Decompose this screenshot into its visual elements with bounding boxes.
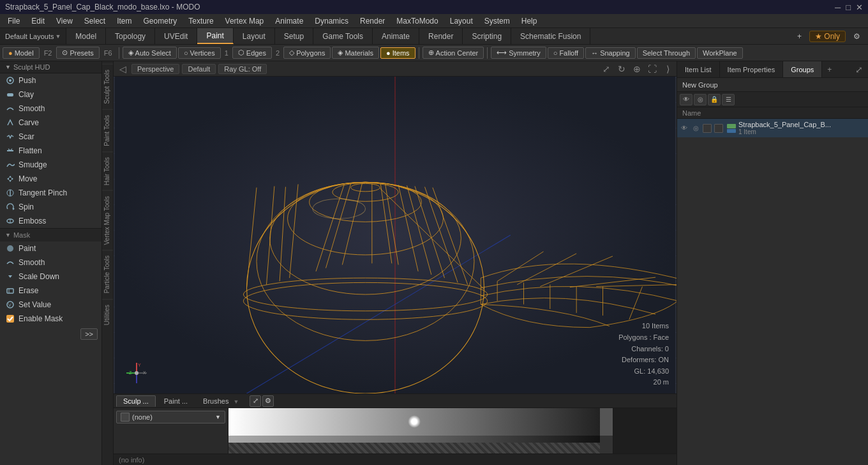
add-tab-button[interactable]: + [792,32,807,41]
item-lock-button[interactable] [703,124,712,133]
new-group-button[interactable]: New Group [682,81,718,89]
menu-view[interactable]: View [51,15,78,27]
auto-select-button[interactable]: ◈ Auto Select [123,47,177,59]
menu-item[interactable]: Item [112,15,137,27]
materials-button[interactable]: ◈ Materials [332,47,379,59]
items-button[interactable]: ● Items [380,47,415,59]
menu-help[interactable]: Help [516,15,542,27]
close-button[interactable]: ✕ [856,3,863,12]
tab-setup[interactable]: Setup [275,28,313,44]
vertices-button[interactable]: ○ Vertices [178,47,221,59]
viewport-back-button[interactable]: ◁ [116,63,129,75]
menu-vertexmap[interactable]: Vertex Map [220,15,269,27]
right-vis-button[interactable]: 👁 [680,94,692,105]
bottom-expand-button[interactable]: ⤢ [250,395,261,407]
tool-move[interactable]: Move [0,172,101,186]
mask-tool-erase[interactable]: Erase [0,284,101,298]
tab-layout[interactable]: Layout [234,28,275,44]
item-eye-button[interactable]: 👁 [680,124,689,133]
tab-uvedit[interactable]: UVEdit [155,28,197,44]
viewport-fit-icon[interactable]: ⛶ [646,63,659,75]
edges-button[interactable]: ⬡ Edges [232,47,272,59]
f6-key[interactable]: F6 [101,48,116,58]
snapping-button[interactable]: ↔ Snapping [585,47,636,59]
mask-tool-setvalue[interactable]: V Set Value [0,298,101,312]
none-select-dropdown[interactable]: (none) ▼ [116,411,225,423]
btab-brushes[interactable]: Brushes ▼ [196,395,246,407]
side-tab-paint[interactable]: Paint Tools [102,109,113,151]
ray-gl-button[interactable]: Ray GL: Off [218,64,267,74]
tool-clay[interactable]: Clay [0,88,101,102]
menu-texture[interactable]: Texture [183,15,218,27]
menu-layout[interactable]: Layout [445,15,478,27]
menu-animate[interactable]: Animate [270,15,308,27]
viewport-canvas[interactable]: 10 Items Polygons : Face Channels: 0 Def… [114,77,677,393]
viewport-settings-icon[interactable]: ⟩ [661,63,674,75]
menu-geometry[interactable]: Geometry [138,15,183,27]
falloff-button[interactable]: ○ Falloff [548,47,584,59]
rtab-itemlist[interactable]: Item List [677,61,720,77]
tool-scar[interactable]: Scar [0,130,101,144]
menu-maxtomodo[interactable]: MaxToModo [391,15,443,27]
maximize-button[interactable]: □ [846,3,851,12]
item-row[interactable]: 👁 ◎ Strapback_5_Panel_Cap_B... 1 Item [677,119,868,137]
rtab-groups[interactable]: Groups [783,61,822,77]
right-panel-add-tab[interactable]: + [822,61,837,77]
mask-tool-paint[interactable]: Paint [0,241,101,255]
menu-edit[interactable]: Edit [26,15,50,27]
select-through-button[interactable]: Select Through [637,47,696,59]
tool-emboss[interactable]: Emboss [0,214,101,228]
shading-button[interactable]: Default [182,64,216,74]
action-center-button[interactable]: ⊕ Action Center [423,47,484,59]
mask-tool-scaledown[interactable]: Scale Down [0,270,101,284]
side-tab-hair[interactable]: Hair Tools [102,151,113,190]
menu-file[interactable]: File [3,15,25,27]
perspective-button[interactable]: Perspective [131,64,179,74]
mask-tool-smooth[interactable]: Smooth [0,255,101,270]
enable-mask-toggle[interactable]: Enable Mask [0,312,101,326]
menu-system[interactable]: System [479,15,515,27]
default-layouts-dropdown[interactable]: Default Layouts ▼ [0,28,66,44]
item-extra-button[interactable] [714,124,723,133]
tab-animate[interactable]: Animate [373,28,419,44]
mask-section-header[interactable]: ▼ Mask [0,228,101,241]
tab-gametools[interactable]: Game Tools [313,28,373,44]
star-only-button[interactable]: ★ Only [809,31,846,42]
tool-smooth[interactable]: Smooth [0,102,101,116]
key-2[interactable]: 2 [273,48,282,58]
presets-button[interactable]: ⊙ Presets [56,47,99,59]
right-extra-button[interactable]: ☰ [722,94,735,105]
viewport-zoom-icon[interactable]: ⊕ [631,63,643,75]
key-1[interactable]: 1 [222,48,231,58]
tool-smudge[interactable]: Smudge [0,158,101,172]
right-expand-icon[interactable]: ⤢ [853,63,865,76]
tab-topology[interactable]: Topology [106,28,155,44]
workplane-button[interactable]: WorkPlane [697,47,743,59]
tool-tangent-pinch[interactable]: Tangent Pinch [0,186,101,200]
side-tab-utilities[interactable]: Utilities [102,299,113,330]
tool-carve[interactable]: Carve [0,116,101,130]
tab-scripting[interactable]: Scripting [463,28,511,44]
menu-dynamics[interactable]: Dynamics [310,15,354,27]
polygons-button[interactable]: ◇ Polygons [283,47,331,59]
btab-paint[interactable]: Paint ... [157,395,195,407]
side-tab-vertexmap[interactable]: Vertex Map Tools [102,190,113,250]
tool-push[interactable]: Push [0,73,101,88]
rtab-itemprops[interactable]: Item Properties [720,61,784,77]
f2-key[interactable]: F2 [41,48,56,58]
menu-render[interactable]: Render [355,15,390,27]
symmetry-button[interactable]: ⟷ Symmetry [491,47,546,59]
bottom-settings-button[interactable]: ⚙ [262,395,274,407]
tab-paint[interactable]: Paint [197,28,233,44]
tab-render[interactable]: Render [419,28,463,44]
side-tab-sculpt[interactable]: Sculpt Tools [102,64,113,109]
menu-select[interactable]: Select [79,15,110,27]
expand-sidebar-button[interactable]: >> [80,328,98,340]
btab-sculpt[interactable]: Sculp ... [116,395,156,407]
tool-flatten[interactable]: Flatten [0,144,101,158]
viewport-refresh-icon[interactable]: ↻ [615,63,628,75]
brushes-arrow-icon[interactable]: ▼ [233,399,239,405]
model-mode-button[interactable]: ● Model [3,47,40,59]
viewport-expand-icon[interactable]: ⤢ [600,63,613,75]
minimize-button[interactable]: ─ [835,3,841,12]
